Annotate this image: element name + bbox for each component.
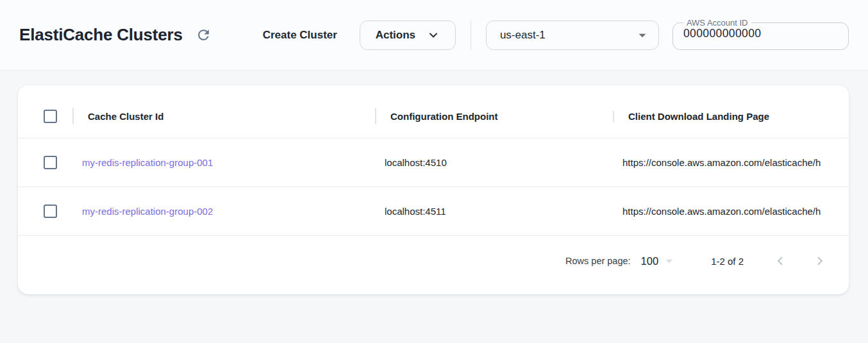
client-download-landing-page-cell: https://console.aws.amazon.com/elasticac… [613,206,849,217]
column-separator [72,108,74,124]
previous-page-button[interactable] [772,253,789,269]
actions-button-label: Actions [376,29,415,42]
column-separator [375,108,376,124]
topbar: ElastiCache Clusters Create Cluster Acti… [0,0,868,71]
main-content: Cache Cluster Id Configuration Endpoint … [0,71,868,294]
cluster-id-link[interactable]: my-redis-replication-group-002 [82,206,213,217]
row-checkbox[interactable] [44,156,57,169]
refresh-button[interactable] [194,26,213,44]
chevron-right-icon [812,253,828,269]
column-header-configuration-endpoint: Configuration Endpoint [375,111,613,122]
account-id-input[interactable] [680,26,842,40]
table-row: my-redis-replication-group-001 localhost… [18,138,849,187]
region-select[interactable]: us-east-1 [486,21,659,50]
refresh-icon [196,27,212,43]
cache-cluster-id-cell: my-redis-replication-group-001 [72,157,375,168]
header-checkbox-cell [18,110,72,123]
column-header-client-download-landing-page: Client Download Landing Page [613,111,849,122]
pagination-range: 1-2 of 2 [711,256,744,267]
column-header-label: Configuration Endpoint [390,111,497,122]
select-all-checkbox[interactable] [44,110,57,123]
rows-per-page-label: Rows per page: [565,256,631,266]
region-select-value: us-east-1 [500,29,546,42]
table-header-row: Cache Cluster Id Configuration Endpoint … [18,94,849,138]
configuration-endpoint-cell: localhost:4511 [375,206,613,217]
table-row: my-redis-replication-group-002 localhost… [18,187,849,236]
chevron-down-icon [427,29,440,42]
arrow-dropdown-icon [634,27,651,44]
clusters-table-card: Cache Cluster Id Configuration Endpoint … [18,85,849,294]
arrow-dropdown-icon [661,253,678,269]
rows-per-page-select[interactable]: 100 [641,253,678,269]
rows-per-page-value: 100 [641,255,659,267]
account-id-field: AWS Account ID [672,18,849,50]
column-separator [613,111,614,122]
cache-cluster-id-cell: my-redis-replication-group-002 [72,206,375,217]
actions-button[interactable]: Actions [360,21,456,50]
client-download-landing-page-cell: https://console.aws.amazon.com/elasticac… [613,157,849,168]
cluster-id-link[interactable]: my-redis-replication-group-001 [82,157,213,168]
column-header-cache-cluster-id: Cache Cluster Id [72,111,375,122]
row-checkbox-cell [18,156,72,169]
chevron-left-icon [772,253,789,269]
configuration-endpoint-cell: localhost:4510 [375,157,613,168]
page-title: ElastiCache Clusters [19,25,183,45]
next-page-button[interactable] [812,253,828,269]
header-divider [471,21,471,50]
column-header-label: Client Download Landing Page [628,111,769,122]
row-checkbox[interactable] [44,205,57,218]
create-cluster-button[interactable]: Create Cluster [263,29,337,42]
column-header-label: Cache Cluster Id [88,111,163,122]
row-checkbox-cell [18,205,72,218]
pagination-bar: Rows per page: 100 1-2 of 2 [18,236,849,294]
